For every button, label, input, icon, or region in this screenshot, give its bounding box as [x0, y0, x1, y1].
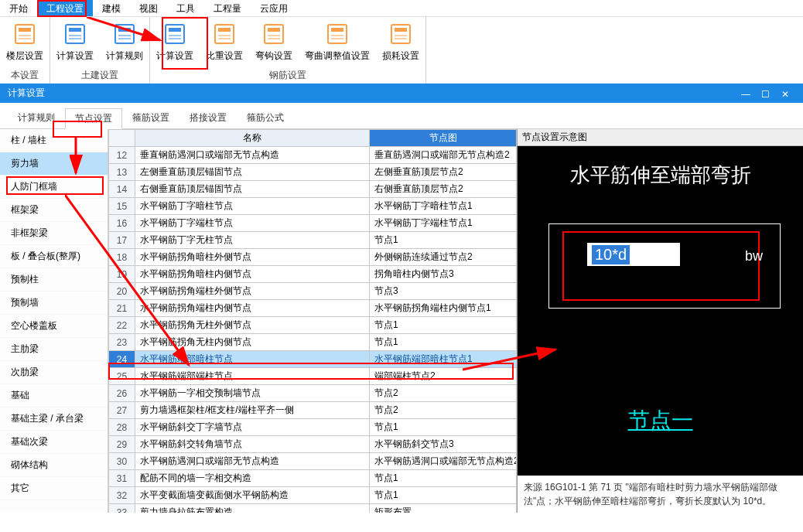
table-row[interactable]: 14右侧垂直筋顶层锚固节点右侧垂直筋顶层节点2 [109, 181, 517, 198]
sidebar-item-5[interactable]: 板 / 叠合板(整厚) [0, 245, 108, 268]
row-num: 28 [109, 419, 135, 436]
sidebar-item-4[interactable]: 非框架梁 [0, 222, 108, 245]
table-row[interactable]: 32水平变截面墙变截面侧水平钢筋构造节点1 [109, 487, 517, 504]
sidebar-item-9[interactable]: 主肋梁 [0, 338, 108, 361]
sidebar-item-14[interactable]: 砌体结构 [0, 454, 108, 477]
table-row[interactable]: 25水平钢筋端部端柱节点端部端柱节点2 [109, 368, 517, 385]
ribbon-楼层设置[interactable]: 楼层设置 [0, 17, 50, 67]
menu-工程量[interactable]: 工程量 [204, 0, 251, 16]
svg-rect-24 [328, 25, 347, 43]
row-node[interactable]: 水平钢筋遇洞口或端部无节点构造2 [370, 453, 517, 470]
table-row[interactable]: 17水平钢筋丁字无柱节点节点1 [109, 232, 517, 249]
menu-工具[interactable]: 工具 [167, 0, 204, 16]
row-node[interactable]: 拐角暗柱内侧节点3 [370, 266, 517, 283]
row-node[interactable]: 水平钢筋端部暗柱节点1 [370, 351, 517, 368]
menu-开始[interactable]: 开始 [0, 0, 37, 16]
bend-length-input[interactable]: 10*d [587, 243, 680, 266]
ribbon-弯曲调整值设置[interactable]: 弯曲调整值设置 [299, 17, 376, 67]
row-node[interactable]: 矩形布置 [370, 504, 517, 513]
row-node[interactable]: 节点1 [370, 487, 517, 504]
menubar: 开始工程设置建模视图工具工程量云应用 [0, 0, 803, 17]
row-num: 12 [109, 147, 135, 164]
ribbon-计算设置[interactable]: 计算设置 [150, 17, 200, 67]
row-node[interactable]: 节点1 [370, 317, 517, 334]
row-name: 水平钢筋拐角暗柱外侧节点 [135, 249, 370, 266]
ribbon-计算规则[interactable]: 计算规则 [100, 17, 149, 67]
tab-箍筋设置[interactable]: 箍筋设置 [122, 107, 179, 128]
row-node[interactable]: 垂直筋遇洞口或端部无节点构造2 [370, 147, 517, 164]
table-row[interactable]: 18水平钢筋拐角暗柱外侧节点外侧钢筋连续通过节点2 [109, 249, 517, 266]
row-node[interactable]: 水平钢筋斜交节点3 [370, 436, 517, 453]
preview-heading: 水平筋伸至端部弯折 [518, 162, 803, 189]
row-node[interactable]: 水平钢筋丁字暗柱节点1 [370, 198, 517, 215]
row-node[interactable]: 右侧垂直筋顶层节点2 [370, 181, 517, 198]
sidebar-item-8[interactable]: 空心楼盖板 [0, 315, 108, 338]
row-num: 13 [109, 164, 135, 181]
row-node[interactable]: 水平钢筋丁字端柱节点1 [370, 215, 517, 232]
table-row[interactable]: 12垂直钢筋遇洞口或端部无节点构造垂直筋遇洞口或端部无节点构造2 [109, 147, 517, 164]
row-name: 水平钢筋一字相交预制墙节点 [135, 385, 370, 402]
row-node[interactable]: 端部端柱节点2 [370, 368, 517, 385]
table-row[interactable]: 19水平钢筋拐角暗柱内侧节点拐角暗柱内侧节点3 [109, 266, 517, 283]
row-name: 水平钢筋遇洞口或端部无节点构造 [135, 453, 370, 470]
table-row[interactable]: 30水平钢筋遇洞口或端部无节点构造水平钢筋遇洞口或端部无节点构造2 [109, 453, 517, 470]
sidebar-item-15[interactable]: 其它 [0, 477, 108, 500]
table-row[interactable]: 31配筋不同的墙一字相交构造节点1 [109, 470, 517, 487]
row-node[interactable]: 节点1 [370, 232, 517, 249]
maximize-icon[interactable]: ☐ [761, 89, 771, 98]
row-num: 19 [109, 266, 135, 283]
sidebar-item-1[interactable]: 剪力墙 [0, 152, 108, 176]
ribbon-计算设置[interactable]: 计算设置 [50, 17, 100, 67]
row-node[interactable]: 节点1 [370, 470, 517, 487]
table-row[interactable]: 26水平钢筋一字相交预制墙节点节点2 [109, 385, 517, 402]
row-node[interactable]: 左侧垂直筋顶层节点2 [370, 164, 517, 181]
sidebar-item-13[interactable]: 基础次梁 [0, 431, 108, 454]
table-row[interactable]: 28水平钢筋斜交丁字墙节点节点1 [109, 419, 517, 436]
node-name-label[interactable]: 节点一 [518, 406, 803, 435]
row-node[interactable]: 节点2 [370, 385, 517, 402]
row-num: 15 [109, 198, 135, 215]
ribbon-损耗设置[interactable]: 损耗设置 [376, 17, 425, 67]
ribbon-icon [63, 22, 87, 46]
row-node[interactable]: 节点3 [370, 283, 517, 300]
menu-工程设置[interactable]: 工程设置 [37, 0, 93, 16]
table-row[interactable]: 15水平钢筋丁字暗柱节点水平钢筋丁字暗柱节点1 [109, 198, 517, 215]
sidebar-item-2[interactable]: 人防门框墙 [0, 176, 108, 199]
table-row[interactable]: 16水平钢筋丁字端柱节点水平钢筋丁字端柱节点1 [109, 215, 517, 232]
ribbon-弯钩设置[interactable]: 弯钩设置 [249, 17, 299, 67]
tab-搭接设置[interactable]: 搭接设置 [179, 107, 237, 128]
sidebar-item-10[interactable]: 次肋梁 [0, 361, 108, 384]
menu-云应用[interactable]: 云应用 [251, 0, 297, 16]
sidebar-item-3[interactable]: 框架梁 [0, 199, 108, 222]
sidebar-item-11[interactable]: 基础 [0, 384, 108, 408]
sidebar-item-6[interactable]: 预制柱 [0, 268, 108, 292]
table-row[interactable]: 24水平钢筋端部暗柱节点水平钢筋端部暗柱节点1 [109, 351, 517, 368]
sidebar-item-7[interactable]: 预制墙 [0, 292, 108, 315]
table-row[interactable]: 20水平钢筋拐角端柱外侧节点节点3 [109, 283, 517, 300]
row-name: 水平钢筋斜交转角墙节点 [135, 436, 370, 453]
table-row[interactable]: 29水平钢筋斜交转角墙节点水平钢筋斜交节点3 [109, 436, 517, 453]
row-node[interactable]: 节点1 [370, 419, 517, 436]
row-node[interactable]: 外侧钢筋连续通过节点2 [370, 249, 517, 266]
menu-建模[interactable]: 建模 [93, 0, 130, 16]
menu-视图[interactable]: 视图 [130, 0, 167, 16]
tab-节点设置[interactable]: 节点设置 [65, 108, 122, 129]
ribbon-比重设置[interactable]: 比重设置 [200, 17, 249, 67]
sidebar-item-12[interactable]: 基础主梁 / 承台梁 [0, 408, 108, 431]
close-icon[interactable]: ✕ [781, 89, 791, 98]
table-row[interactable]: 23水平钢筋拐角无柱内侧节点节点1 [109, 334, 517, 351]
minimize-icon[interactable]: — [741, 89, 750, 98]
table-row[interactable]: 33剪力墙身拉筋布置构造矩形布置 [109, 504, 517, 513]
tab-箍筋公式[interactable]: 箍筋公式 [237, 107, 294, 128]
row-node[interactable]: 节点1 [370, 334, 517, 351]
row-name: 水平钢筋拐角无柱外侧节点 [135, 317, 370, 334]
table-row[interactable]: 13左侧垂直筋顶层锚固节点左侧垂直筋顶层节点2 [109, 164, 517, 181]
sidebar-item-0[interactable]: 柱 / 墙柱 [0, 129, 108, 152]
table-row[interactable]: 27剪力墙遇框架柱/框支柱/端柱平齐一侧节点2 [109, 402, 517, 419]
row-node[interactable]: 水平钢筋拐角端柱内侧节点1 [370, 300, 517, 317]
table-row[interactable]: 21水平钢筋拐角端柱内侧节点水平钢筋拐角端柱内侧节点1 [109, 300, 517, 317]
svg-rect-25 [331, 28, 343, 32]
row-node[interactable]: 节点2 [370, 402, 517, 419]
table-row[interactable]: 22水平钢筋拐角无柱外侧节点节点1 [109, 317, 517, 334]
tab-计算规则[interactable]: 计算规则 [8, 107, 65, 128]
